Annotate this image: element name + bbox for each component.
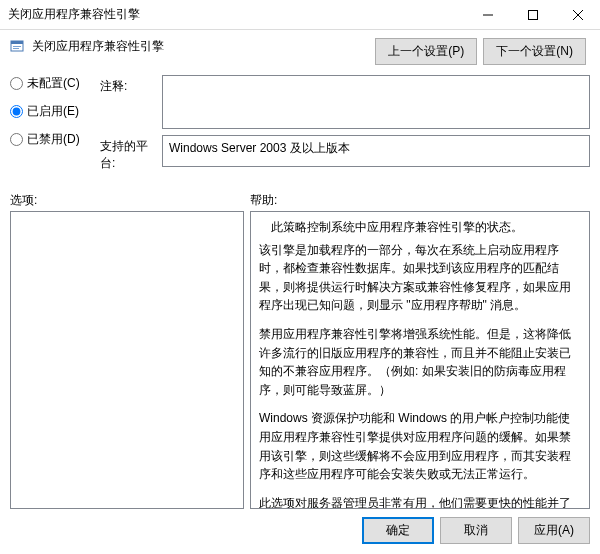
options-label: 选项:	[10, 192, 250, 209]
svg-rect-1	[528, 10, 537, 19]
policy-subtitle: 关闭应用程序兼容性引擎	[32, 38, 164, 55]
previous-setting-button[interactable]: 上一个设置(P)	[375, 38, 477, 65]
window-title: 关闭应用程序兼容性引擎	[8, 6, 465, 23]
help-p2: 该引擎是加载程序的一部分，每次在系统上启动应用程序时，都检查兼容性数据库。如果找…	[259, 241, 581, 315]
help-p1: 此策略控制系统中应用程序兼容性引擎的状态。	[259, 218, 581, 237]
supported-label: 支持的平台:	[100, 135, 162, 172]
cancel-button[interactable]: 取消	[440, 517, 512, 544]
radio-disabled-label: 已禁用(D)	[27, 131, 80, 148]
maximize-button[interactable]	[510, 0, 555, 29]
close-button[interactable]	[555, 0, 600, 29]
maximize-icon	[528, 10, 538, 20]
radio-enabled[interactable]: 已启用(E)	[10, 103, 90, 120]
minimize-button[interactable]	[465, 0, 510, 29]
apply-button[interactable]: 应用(A)	[518, 517, 590, 544]
help-p4: Windows 资源保护功能和 Windows 的用户帐户控制功能使用应用程序兼…	[259, 409, 581, 483]
window-controls	[465, 0, 600, 29]
radio-not-configured[interactable]: 未配置(C)	[10, 75, 90, 92]
next-setting-button[interactable]: 下一个设置(N)	[483, 38, 586, 65]
options-pane	[10, 211, 244, 509]
svg-rect-6	[13, 46, 21, 47]
svg-rect-7	[13, 48, 19, 49]
radio-disabled[interactable]: 已禁用(D)	[10, 131, 90, 148]
help-label: 帮助:	[250, 192, 277, 209]
radio-enabled-input[interactable]	[10, 105, 23, 118]
radio-not-configured-input[interactable]	[10, 77, 23, 90]
titlebar: 关闭应用程序兼容性引擎	[0, 0, 600, 30]
svg-rect-5	[11, 41, 23, 44]
comment-label: 注释:	[100, 75, 162, 129]
close-icon	[573, 10, 583, 20]
radio-not-configured-label: 未配置(C)	[27, 75, 80, 92]
minimize-icon	[483, 10, 493, 20]
help-p5: 此选项对服务器管理员非常有用，他们需要更快的性能并了解所用应用程序的兼容性。对于…	[259, 494, 581, 509]
comment-textarea[interactable]	[162, 75, 590, 129]
help-pane: 此策略控制系统中应用程序兼容性引擎的状态。 该引擎是加载程序的一部分，每次在系统…	[250, 211, 590, 509]
radio-disabled-input[interactable]	[10, 133, 23, 146]
radio-enabled-label: 已启用(E)	[27, 103, 79, 120]
supported-on-text: Windows Server 2003 及以上版本	[169, 141, 350, 155]
policy-icon	[10, 39, 26, 55]
ok-button[interactable]: 确定	[362, 517, 434, 544]
supported-on-box: Windows Server 2003 及以上版本	[162, 135, 590, 167]
help-p3: 禁用应用程序兼容性引擎将增强系统性能。但是，这将降低许多流行的旧版应用程序的兼容…	[259, 325, 581, 399]
